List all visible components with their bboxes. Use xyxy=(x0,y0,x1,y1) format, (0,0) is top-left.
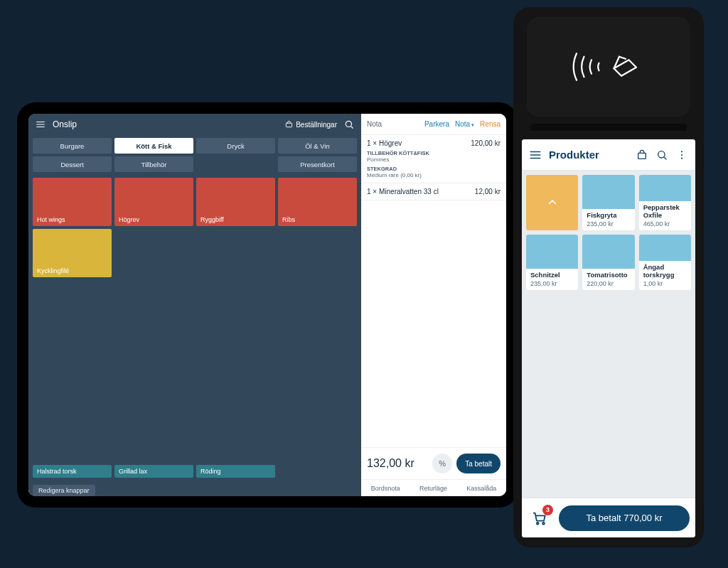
search-icon[interactable] xyxy=(344,119,354,129)
order-line-name: 1 × Mineralvatten 33 cl xyxy=(367,188,439,195)
modifier-value: Pommes xyxy=(367,156,500,163)
product-tile[interactable]: Kycklingfilé xyxy=(33,229,112,277)
category-tab[interactable]: Presentkort xyxy=(278,156,357,172)
svg-line-5 xyxy=(351,127,353,129)
svg-point-13 xyxy=(681,154,682,155)
terminal-product-tile[interactable]: Fiskgryta235,00 kr xyxy=(582,175,634,230)
order-lines: 1 × Högrev120,00 krTILLBEHÖR KÖTT&FISKPo… xyxy=(361,135,506,447)
category-tab xyxy=(196,156,275,172)
category-tab[interactable]: Kött & Fisk xyxy=(114,138,193,154)
order-footer-action[interactable]: Returläge xyxy=(419,485,447,492)
chevron-down-icon: ▾ xyxy=(471,122,474,127)
product-name: Kycklingfilé xyxy=(37,267,69,274)
discount-button[interactable]: % xyxy=(432,454,452,473)
menu-icon[interactable] xyxy=(529,149,542,161)
terminal-product-name: Tomatrisotto xyxy=(587,272,630,279)
order-footer-action[interactable]: Kassalåda xyxy=(466,485,496,492)
order-footer-action[interactable]: Bordsnota xyxy=(371,485,400,492)
tile-swatch xyxy=(582,235,634,269)
product-tile[interactable]: Ryggbiff xyxy=(196,178,275,226)
tile-swatch xyxy=(639,235,691,261)
category-tab[interactable]: Tillbehör xyxy=(114,156,193,172)
product-tile[interactable]: Halstrad torsk xyxy=(33,465,112,478)
terminal-screen: Produkter Fiskgryta235,00 krPepparstek O… xyxy=(522,139,695,537)
svg-point-12 xyxy=(681,151,682,152)
product-grid: Hot wingsHögrevRyggbiffRibsKycklingfiléH… xyxy=(33,178,357,478)
more-icon[interactable] xyxy=(675,149,688,161)
nfc-reader xyxy=(527,17,690,117)
cart-badge: 3 xyxy=(542,505,553,515)
search-icon[interactable] xyxy=(655,149,668,161)
edit-buttons-button[interactable]: Redigera knappar xyxy=(33,485,95,496)
cart-button[interactable]: 3 xyxy=(528,506,552,530)
order-total-bar: 132,00 kr % Ta betalt xyxy=(361,447,506,479)
terminal-bottom-bar: 3 Ta betalt 770,00 kr xyxy=(522,498,695,537)
order-footer: BordsnotaReturlägeKassalåda xyxy=(361,479,506,496)
terminal-pay-button[interactable]: Ta betalt 770,00 kr xyxy=(559,505,690,531)
svg-rect-9 xyxy=(638,153,646,159)
terminal-title: Produkter xyxy=(549,149,599,161)
terminal-product-tile[interactable]: Schnitzel235,00 kr xyxy=(526,235,578,290)
empty-tile xyxy=(278,229,357,277)
order-line-name: 1 × Högrev xyxy=(367,139,402,147)
category-tabs: BurgareKött & FiskDryckÖl & VinDessertTi… xyxy=(28,135,361,175)
nota-action[interactable]: Nota▾ xyxy=(455,120,474,128)
category-tab[interactable]: Dessert xyxy=(33,156,112,172)
edit-bar: Redigera knappar xyxy=(28,481,361,496)
order-line[interactable]: 1 × Högrev120,00 krTILLBEHÖR KÖTT&FISKPo… xyxy=(361,135,506,183)
order-line[interactable]: 1 × Mineralvatten 33 cl12,00 kr xyxy=(361,183,506,200)
product-name: Ribs xyxy=(282,216,295,223)
empty-tile xyxy=(196,280,275,427)
category-tab[interactable]: Burgare xyxy=(33,138,112,154)
modifier-value: Medium rare (0,00 kr) xyxy=(367,172,500,178)
product-tile[interactable]: Ribs xyxy=(278,178,357,226)
product-grid-wrap: Hot wingsHögrevRyggbiffRibsKycklingfiléH… xyxy=(28,175,361,481)
tile-swatch xyxy=(526,175,578,230)
product-tile[interactable]: Röding xyxy=(196,465,275,478)
terminal-product-tile[interactable]: Tomatrisotto220,00 kr xyxy=(582,235,634,290)
order-header: Nota Parkera Nota▾ Rensa xyxy=(361,114,506,135)
svg-point-14 xyxy=(681,157,682,159)
svg-point-15 xyxy=(537,522,539,524)
nota-action-label: Nota xyxy=(455,120,470,128)
order-title: Nota xyxy=(367,120,382,128)
terminal-header: Produkter xyxy=(522,139,695,171)
menu-icon[interactable] xyxy=(36,119,46,129)
product-name: Röding xyxy=(200,468,221,475)
bag-icon[interactable] xyxy=(636,149,648,161)
back-tile[interactable] xyxy=(526,175,578,230)
tile-swatch xyxy=(639,175,691,201)
pay-button[interactable]: Ta betalt xyxy=(456,454,500,473)
product-name: Grillad lax xyxy=(119,468,147,475)
orders-link[interactable]: Beställningar xyxy=(285,121,337,129)
terminal-product-tile[interactable]: Pepparstek Oxfile465,00 kr xyxy=(639,175,691,230)
product-tile[interactable]: Högrev xyxy=(114,178,193,226)
category-tab[interactable]: Öl & Vin xyxy=(278,138,357,154)
orders-link-label: Beställningar xyxy=(296,121,337,129)
tablet-screen: Onslip Beställningar BurgareKött & FiskD… xyxy=(28,114,506,496)
terminal-product-price: 1,00 kr xyxy=(643,280,687,287)
contactless-icon xyxy=(566,42,651,92)
empty-tile xyxy=(114,280,193,427)
order-line-price: 120,00 kr xyxy=(471,139,500,147)
empty-tile xyxy=(196,229,275,277)
terminal-product-name: Ångad torskrygg xyxy=(643,264,687,279)
terminal-product-name: Schnitzel xyxy=(530,272,574,279)
park-action[interactable]: Parkera xyxy=(424,120,449,128)
product-name: Ryggbiff xyxy=(200,216,224,223)
category-tab[interactable]: Dryck xyxy=(196,138,275,154)
terminal-product-grid-wrap: Fiskgryta235,00 krPepparstek Oxfile465,0… xyxy=(522,171,695,498)
terminal-product-tile[interactable]: Ångad torskrygg1,00 kr xyxy=(639,235,691,290)
terminal-product-name: Fiskgryta xyxy=(587,212,630,220)
empty-tile xyxy=(114,229,193,277)
order-total: 132,00 kr xyxy=(367,457,428,470)
terminal-product-price: 220,00 kr xyxy=(587,280,630,287)
clear-action[interactable]: Rensa xyxy=(480,120,500,128)
handheld-terminal: Produkter Fiskgryta235,00 krPepparstek O… xyxy=(513,7,704,547)
printer-slot xyxy=(530,124,687,131)
product-name: Högrev xyxy=(119,216,139,223)
product-name: Hot wings xyxy=(37,216,65,223)
product-tile[interactable]: Grillad lax xyxy=(114,465,193,478)
product-tile[interactable]: Hot wings xyxy=(33,178,112,226)
app-header: Onslip Beställningar xyxy=(28,114,361,135)
